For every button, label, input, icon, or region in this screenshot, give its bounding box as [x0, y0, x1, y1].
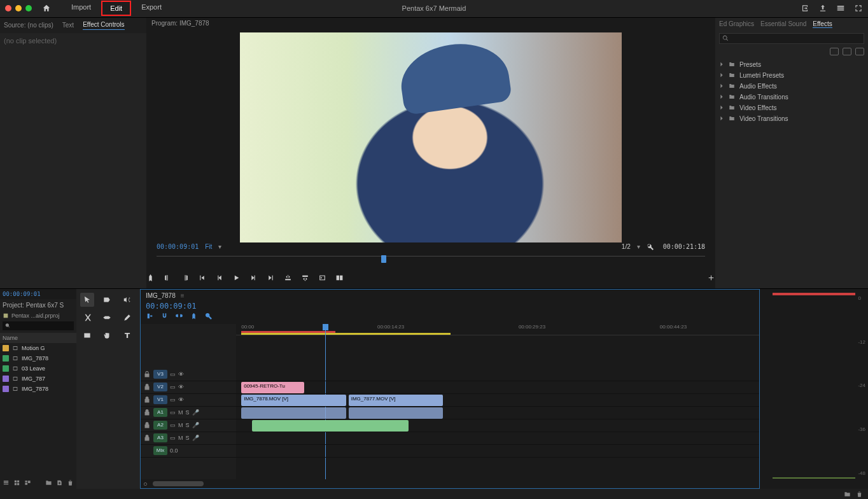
track-head-v2[interactable]: V2▭👁	[141, 381, 236, 394]
row-a3[interactable]	[236, 432, 759, 445]
track-head-a2[interactable]: A2▭MS🎤	[141, 419, 236, 432]
wrench-icon[interactable]	[647, 243, 654, 251]
snap-icon[interactable]	[160, 312, 169, 320]
tab-export[interactable]: Export	[134, 1, 169, 16]
bin-item[interactable]: Motion G	[0, 343, 76, 353]
workspaces-icon[interactable]	[836, 4, 845, 13]
mark-in-icon[interactable]	[164, 274, 172, 282]
icon-view-icon[interactable]	[13, 479, 20, 486]
list-view-icon[interactable]	[3, 479, 10, 486]
tree-audio-transitions[interactable]: Audio Transitions	[719, 92, 864, 102]
fullscreen-icon[interactable]	[854, 4, 863, 13]
go-to-in-icon[interactable]	[198, 274, 206, 282]
program-viewer[interactable]	[146, 29, 715, 246]
yuv-filter[interactable]	[855, 48, 864, 55]
tab-source[interactable]: Source: (no clips)	[4, 22, 53, 29]
tab-essential-sound[interactable]: Essential Sound	[760, 20, 806, 28]
go-to-out-icon[interactable]	[267, 274, 275, 282]
track-head-v1[interactable]: V1▭👁	[141, 394, 236, 407]
program-tc-left[interactable]: 00:00:09:01	[157, 243, 199, 250]
tree-audio-effects[interactable]: Audio Effects	[719, 81, 864, 92]
clip-7877[interactable]: IMG_7877.MOV [V]	[349, 395, 443, 406]
row-v3[interactable]	[236, 369, 759, 381]
step-forward-icon[interactable]	[249, 274, 258, 282]
tab-text[interactable]: Text	[62, 22, 74, 29]
tree-presets[interactable]: Presets	[719, 59, 864, 70]
new-bin-icon[interactable]	[45, 479, 52, 486]
clip-7878[interactable]: IMG_7878.MOV [V]	[241, 395, 346, 406]
row-v1[interactable]: IMG_7878.MOV [V] IMG_7877.MOV [V]	[236, 394, 759, 407]
effects-search-input[interactable]	[731, 35, 861, 42]
selection-tool[interactable]	[80, 293, 94, 307]
new-item-icon[interactable]	[56, 479, 63, 486]
program-scrubber[interactable]	[157, 256, 705, 267]
row-a2[interactable]	[236, 419, 759, 432]
insert-icon[interactable]	[146, 312, 154, 320]
timeline-tc[interactable]: 00:00:09:01	[141, 302, 759, 311]
marker-icon[interactable]	[190, 312, 198, 320]
plus-icon[interactable]	[707, 274, 715, 282]
lift-icon[interactable]	[284, 274, 292, 282]
freeform-view-icon[interactable]	[24, 479, 31, 486]
timeline-tracks[interactable]: 00:00 00:00:14:23 00:00:29:23 00:00:44:2…	[236, 324, 759, 480]
clip-retro[interactable]: 00945-RETRO-Tu	[241, 382, 304, 393]
bin-item[interactable]: 03 Leave	[0, 363, 76, 374]
type-tool[interactable]	[120, 328, 134, 342]
zoom-window[interactable]	[25, 5, 32, 11]
step-back-icon[interactable]	[215, 274, 223, 282]
rectangle-tool[interactable]	[80, 328, 94, 342]
bin-name-header[interactable]: Name	[0, 333, 76, 343]
tab-effects[interactable]: Effects	[813, 20, 832, 28]
razor-tool[interactable]	[80, 311, 94, 325]
bin-item[interactable]: IMG_7878	[0, 353, 76, 363]
project-search-input[interactable]	[13, 323, 71, 329]
pen-tool[interactable]	[120, 311, 134, 325]
row-v2[interactable]: 00945-RETRO-Tu	[236, 381, 759, 394]
play-icon[interactable]	[232, 274, 241, 282]
playback-resolution[interactable]: 1/2	[622, 243, 631, 250]
mark-out-icon[interactable]	[181, 274, 189, 282]
project-search[interactable]	[3, 321, 74, 330]
close-window[interactable]	[5, 5, 11, 11]
add-marker-icon[interactable]	[146, 274, 155, 282]
trash-icon[interactable]	[856, 491, 863, 498]
track-head-v3[interactable]: V3▭👁	[141, 369, 236, 381]
clip-a1-1[interactable]	[241, 407, 346, 419]
project-header[interactable]: Project: Pentax 6x7 S	[0, 299, 76, 311]
settings-icon[interactable]	[204, 312, 213, 320]
tab-ed-graphics[interactable]: Ed Graphics	[719, 20, 754, 28]
share-icon[interactable]	[818, 4, 827, 13]
clip-a1-2[interactable]	[349, 407, 443, 419]
new-bin-icon[interactable]	[844, 491, 851, 498]
track-select-tool[interactable]	[100, 293, 114, 307]
linked-selection-icon[interactable]	[175, 312, 183, 320]
minimize-window[interactable]	[15, 5, 22, 11]
comparison-icon[interactable]	[335, 274, 344, 282]
ripple-edit-tool[interactable]	[120, 293, 134, 307]
zoom-fit[interactable]: Fit	[205, 243, 212, 250]
clip-a2[interactable]	[252, 420, 409, 432]
effects-search[interactable]	[719, 33, 864, 44]
track-head-mix[interactable]: Mix0.0	[141, 445, 236, 458]
tab-import[interactable]: Import	[64, 1, 99, 16]
quick-export-icon[interactable]	[801, 4, 809, 13]
project-file[interactable]: Pentax ...aid.prproj	[0, 311, 76, 320]
tab-effect-controls[interactable]: Effect Controls	[83, 21, 124, 30]
timeline-scrollbar[interactable]: ○	[141, 479, 759, 488]
bin-item[interactable]: IMG_787	[0, 374, 76, 384]
row-mix[interactable]	[236, 445, 759, 458]
export-frame-icon[interactable]	[318, 274, 326, 282]
extract-icon[interactable]	[301, 274, 309, 282]
tree-video-effects[interactable]: Video Effects	[719, 102, 864, 113]
track-head-a3[interactable]: A3▭MS🎤	[141, 432, 236, 445]
row-a1[interactable]	[236, 407, 759, 419]
tree-lumetri-presets[interactable]: Lumetri Presets	[719, 70, 864, 81]
32bit-filter[interactable]	[843, 48, 851, 55]
sequence-tab[interactable]: IMG_7878	[146, 292, 176, 299]
hand-tool[interactable]	[100, 328, 114, 342]
tree-video-transitions[interactable]: Video Transitions	[719, 113, 864, 124]
time-ruler[interactable]: 00:00 00:00:14:23 00:00:29:23 00:00:44:2…	[236, 324, 759, 335]
home-icon[interactable]	[42, 4, 51, 13]
tab-edit[interactable]: Edit	[101, 1, 131, 16]
accelerated-filter[interactable]	[830, 48, 839, 55]
